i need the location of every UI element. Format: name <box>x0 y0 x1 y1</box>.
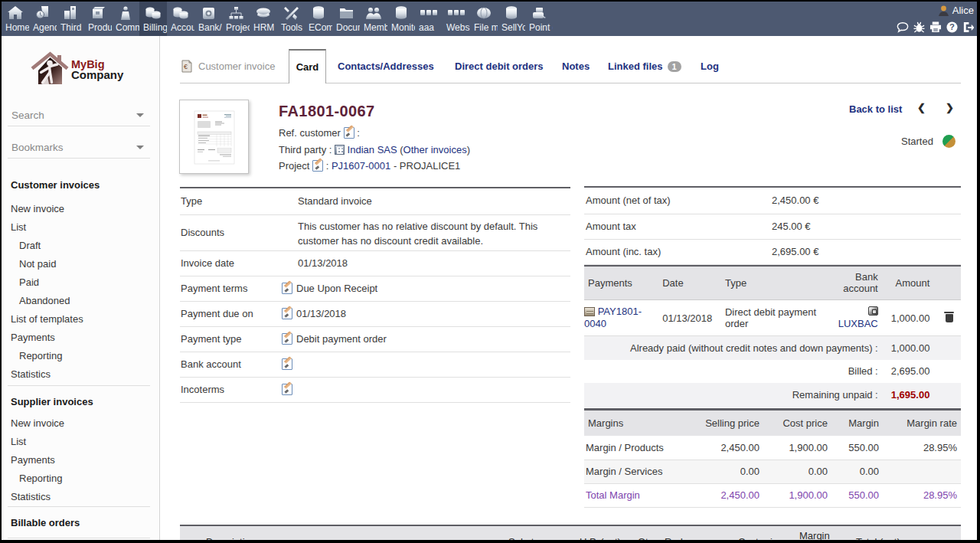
svg-text:?: ? <box>949 22 955 31</box>
